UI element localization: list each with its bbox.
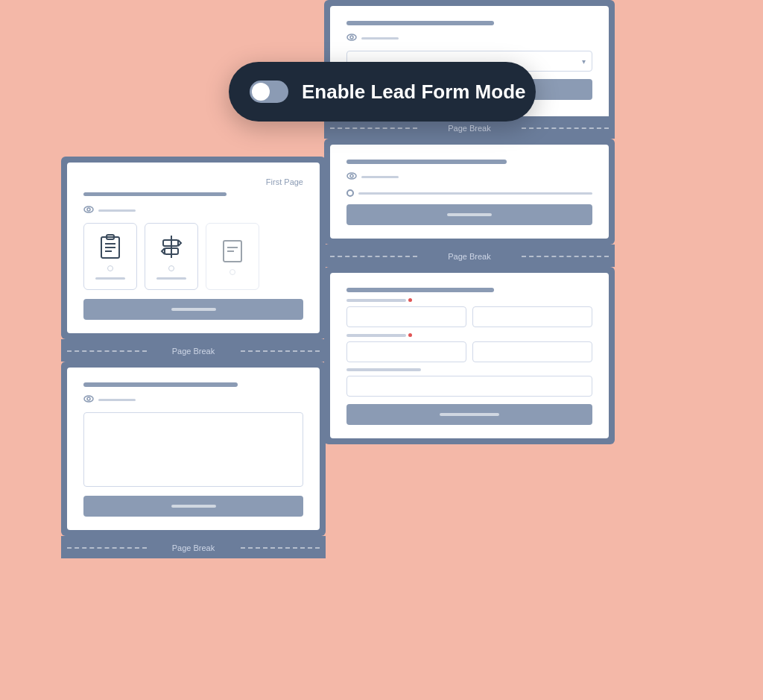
svg-point-17 [347, 173, 356, 179]
r2-button[interactable] [346, 204, 592, 225]
page2-btn-inner [171, 505, 216, 508]
card-dot [168, 265, 174, 271]
eye-icon-r2 [346, 171, 357, 182]
card-dot [107, 265, 113, 271]
r3-title [346, 288, 494, 292]
eye-icon [83, 205, 94, 215]
eye-icon-r0 [346, 33, 357, 43]
r3-label-bar-1 [346, 299, 406, 302]
page1-eye-row [83, 205, 303, 215]
textarea-placeholder[interactable] [83, 412, 303, 487]
r3-input-1a[interactable] [346, 306, 466, 327]
first-page-label: First Page [83, 177, 303, 186]
r0-eye-row [346, 33, 592, 43]
left-break1-label: Page Break [172, 347, 215, 356]
r3-two-col-1 [346, 306, 592, 327]
r3-two-col-2 [346, 341, 592, 362]
left-page-1: First Page [61, 157, 326, 339]
page1-btn-inner [171, 308, 216, 311]
svg-point-13 [84, 396, 93, 402]
r3-button[interactable] [346, 404, 592, 425]
required-indicator-2 [408, 333, 412, 337]
eye-bar-r0 [361, 37, 399, 40]
eye-bar-2 [98, 399, 136, 401]
r3-input-2b[interactable] [472, 341, 592, 362]
r3-label-row-2 [346, 333, 592, 337]
eye-icon-2 [83, 394, 94, 405]
toggle-label: Enable Lead Form Mode [302, 81, 526, 104]
page2-eye-row [83, 394, 303, 405]
left-page-2-card [67, 368, 320, 530]
left-form-stack: First Page [61, 157, 326, 558]
left-page-1-card: First Page [67, 163, 320, 333]
slider-thumb[interactable] [346, 189, 354, 197]
r3-label-row-1 [346, 298, 592, 302]
right-page-3 [324, 267, 615, 444]
right-break2-label: Page Break [448, 252, 490, 261]
left-page-2 [61, 362, 326, 536]
card-dot [229, 269, 235, 275]
right-page-2-card [330, 145, 609, 239]
r2-btn-inner [447, 213, 492, 216]
r3-label-row-3 [346, 368, 592, 371]
svg-point-18 [350, 174, 353, 177]
r3-label-bar-3 [346, 368, 421, 371]
left-break2-label: Page Break [172, 543, 215, 552]
toggle-switch-icon[interactable] [250, 81, 288, 103]
icon-card-partial[interactable] [206, 223, 259, 290]
r2-title [346, 160, 507, 164]
eye-bar-r2 [361, 176, 399, 178]
svg-point-15 [347, 34, 356, 40]
right-break1-label: Page Break [448, 124, 490, 133]
card-line [156, 277, 186, 280]
r3-input-2a[interactable] [346, 341, 466, 362]
r2-eye-row [346, 171, 592, 182]
svg-point-14 [87, 397, 90, 400]
icon-cards-row [83, 223, 303, 290]
page2-button[interactable] [83, 496, 303, 517]
card-line [95, 277, 125, 280]
icon-card-signpost[interactable] [145, 223, 198, 290]
r3-btn-inner [440, 413, 499, 416]
left-page-break-2: Page Break [61, 536, 326, 558]
right-page-2 [324, 139, 615, 245]
r2-slider-row [346, 189, 592, 197]
r3-input-3[interactable] [346, 376, 592, 397]
r0-title [346, 21, 494, 25]
svg-point-0 [84, 206, 93, 212]
required-indicator-1 [408, 298, 412, 302]
r3-label-bar-2 [346, 334, 406, 337]
slider-track[interactable] [358, 192, 592, 195]
icon-card-clipboard[interactable] [83, 223, 137, 290]
right-page-break-2: Page Break [324, 245, 615, 267]
svg-point-1 [87, 208, 90, 211]
left-page-break-1: Page Break [61, 339, 326, 362]
r3-input-1b[interactable] [472, 306, 592, 327]
page2-title-bar [83, 382, 238, 387]
page1-button[interactable] [83, 299, 303, 320]
svg-point-16 [350, 36, 353, 39]
eye-bar [98, 209, 136, 212]
enable-lead-form-toggle[interactable]: Enable Lead Form Mode [229, 62, 536, 122]
right-page-3-card [330, 273, 609, 438]
page1-title-bar [83, 192, 227, 196]
